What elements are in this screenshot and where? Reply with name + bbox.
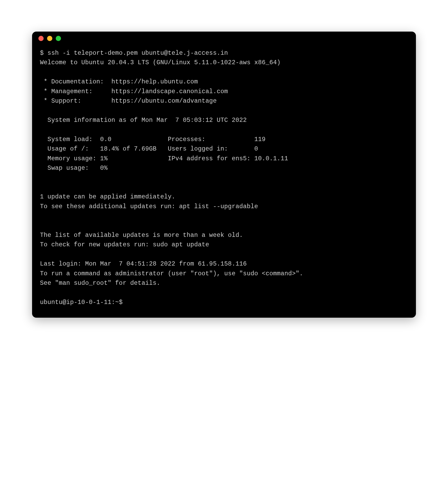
stat-line-3: Memory usage: 1% IPv4 address for ens5: … (40, 155, 288, 162)
terminal-window: $ ssh -i teleport-demo.pem ubuntu@tele.j… (32, 32, 416, 318)
stat-line-2: Usage of /: 18.4% of 7.69GB Users logged… (40, 145, 258, 152)
close-icon[interactable] (38, 36, 44, 41)
stat-line-1: System load: 0.0 Processes: 119 (40, 136, 266, 143)
updates-line-2: To see these additional updates run: apt… (40, 203, 258, 210)
terminal-body[interactable]: $ ssh -i teleport-demo.pem ubuntu@tele.j… (32, 45, 416, 318)
sudo-hint-1: To run a command as administrator (user … (40, 270, 303, 277)
sudo-hint-2: See "man sudo_root" for details. (40, 280, 160, 287)
stat-line-4: Swap usage: 0% (40, 164, 108, 172)
support-link: * Support: https://ubuntu.com/advantage (40, 97, 217, 104)
minimize-icon[interactable] (47, 36, 52, 41)
stale-line-2: To check for new updates run: sudo apt u… (40, 241, 209, 248)
documentation-link: * Documentation: https://help.ubuntu.com (40, 78, 198, 85)
management-link: * Management: https://landscape.canonica… (40, 88, 228, 95)
ssh-command: $ ssh -i teleport-demo.pem ubuntu@tele.j… (40, 49, 228, 57)
welcome-banner: Welcome to Ubuntu 20.04.3 LTS (GNU/Linux… (40, 59, 281, 66)
maximize-icon[interactable] (56, 36, 61, 41)
stale-line-1: The list of available updates is more th… (40, 232, 243, 239)
system-info-header: System information as of Mon Mar 7 05:03… (40, 117, 247, 124)
shell-prompt[interactable]: ubuntu@ip-10-0-1-11:~$ (40, 299, 126, 306)
updates-line-1: 1 update can be applied immediately. (40, 193, 175, 200)
window-titlebar (32, 32, 416, 45)
last-login: Last login: Mon Mar 7 04:51:28 2022 from… (40, 260, 247, 267)
